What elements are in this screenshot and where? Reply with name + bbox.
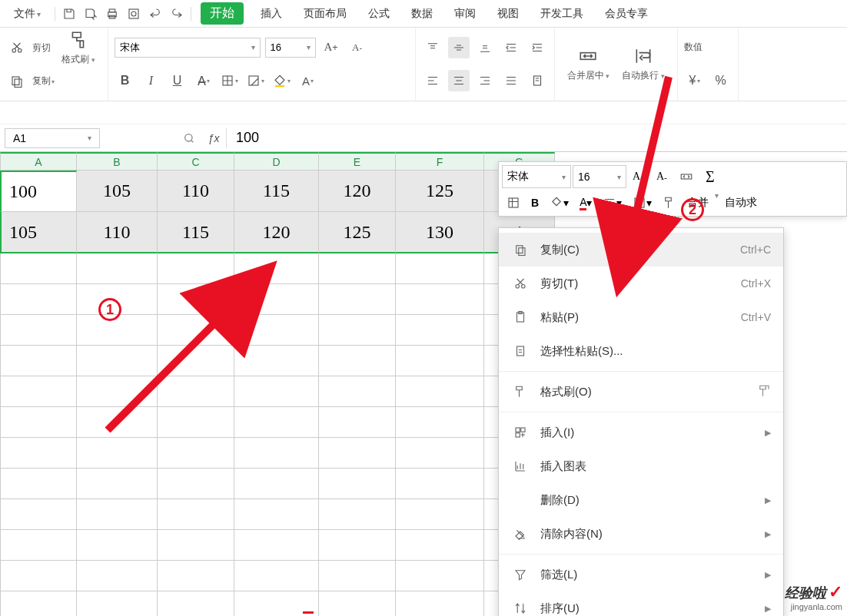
cell[interactable] bbox=[234, 438, 319, 469]
column-header-E[interactable]: E bbox=[319, 152, 396, 171]
copy-label[interactable]: 复制 bbox=[32, 75, 55, 88]
cell[interactable] bbox=[158, 561, 234, 591]
font-shrink-icon[interactable]: A- bbox=[347, 37, 368, 58]
italic-icon[interactable]: I bbox=[141, 70, 162, 91]
cell[interactable] bbox=[158, 253, 234, 284]
cell[interactable]: 105 bbox=[77, 171, 158, 212]
cell[interactable]: 110 bbox=[158, 171, 234, 212]
ctx-clear[interactable]: 清除内容(N) ▶ bbox=[499, 517, 783, 551]
cell[interactable]: 125 bbox=[396, 171, 484, 212]
cell[interactable] bbox=[158, 469, 234, 499]
cell[interactable] bbox=[77, 253, 158, 284]
percent-icon[interactable]: % bbox=[710, 70, 732, 91]
cell[interactable] bbox=[77, 561, 158, 591]
ctx-paste[interactable]: 粘贴(P) Ctrl+V bbox=[499, 300, 783, 334]
print-icon[interactable] bbox=[101, 3, 123, 25]
tab-formula[interactable]: 公式 bbox=[357, 7, 400, 21]
mini-bold-icon[interactable]: B bbox=[526, 191, 543, 214]
mini-font-select[interactable]: 宋体▾ bbox=[502, 165, 571, 188]
cell-style-icon[interactable] bbox=[245, 70, 267, 91]
cell[interactable] bbox=[396, 530, 484, 561]
font-grow-icon[interactable]: A+ bbox=[321, 37, 342, 58]
cell[interactable] bbox=[234, 376, 319, 407]
cell[interactable] bbox=[77, 499, 158, 530]
underline-icon[interactable]: U bbox=[167, 70, 188, 91]
cell[interactable] bbox=[0, 284, 77, 315]
undo-icon[interactable] bbox=[144, 3, 166, 25]
cell[interactable] bbox=[319, 284, 396, 315]
cell[interactable] bbox=[319, 253, 396, 284]
tab-member[interactable]: 会员专享 bbox=[594, 7, 659, 21]
cell[interactable] bbox=[234, 315, 319, 346]
cell[interactable] bbox=[396, 499, 484, 530]
cell[interactable] bbox=[77, 376, 158, 407]
column-header-C[interactable]: C bbox=[158, 152, 234, 171]
cell[interactable] bbox=[319, 591, 396, 616]
cell[interactable] bbox=[77, 407, 158, 438]
cell[interactable] bbox=[0, 469, 77, 499]
wrap-text-button[interactable]: 自动换行 bbox=[616, 31, 671, 98]
cell[interactable] bbox=[234, 346, 319, 376]
cell[interactable]: 110 bbox=[77, 212, 158, 253]
cell[interactable] bbox=[396, 407, 484, 438]
column-header-A[interactable]: A bbox=[0, 152, 77, 171]
cell[interactable] bbox=[234, 284, 319, 315]
ctx-delete[interactable]: 删除(D) ▶ bbox=[499, 483, 783, 517]
cell[interactable] bbox=[234, 591, 319, 616]
ctx-insert-chart[interactable]: 插入图表 bbox=[499, 449, 783, 483]
cell[interactable] bbox=[0, 315, 77, 346]
cell[interactable] bbox=[77, 315, 158, 346]
cell[interactable] bbox=[0, 346, 77, 376]
indent-increase-icon[interactable] bbox=[526, 37, 548, 58]
column-header-F[interactable]: F bbox=[396, 152, 484, 171]
cell[interactable] bbox=[234, 561, 319, 591]
format-painter-button[interactable]: 格式刷 bbox=[55, 30, 101, 66]
cell[interactable]: 120 bbox=[234, 212, 319, 253]
cell[interactable] bbox=[319, 561, 396, 591]
tab-page-layout[interactable]: 页面布局 bbox=[293, 7, 357, 21]
cell[interactable]: 120 bbox=[319, 171, 396, 212]
align-center-icon[interactable] bbox=[448, 70, 470, 91]
cell[interactable] bbox=[158, 499, 234, 530]
cell[interactable] bbox=[0, 407, 77, 438]
strike-icon[interactable]: A̶ bbox=[193, 70, 214, 91]
cell[interactable] bbox=[396, 253, 484, 284]
mini-font-grow-icon[interactable]: A+ bbox=[628, 165, 650, 188]
menu-file[interactable]: 文件 bbox=[3, 7, 51, 21]
cell[interactable] bbox=[319, 530, 396, 561]
cell[interactable] bbox=[158, 438, 234, 469]
cell[interactable] bbox=[158, 376, 234, 407]
save-as-icon[interactable] bbox=[80, 3, 101, 25]
cell[interactable] bbox=[319, 346, 396, 376]
cell[interactable] bbox=[158, 530, 234, 561]
ctx-cut[interactable]: 剪切(T) Ctrl+X bbox=[499, 267, 783, 300]
ctx-filter[interactable]: 筛选(L) ▶ bbox=[499, 558, 783, 591]
ctx-format-painter[interactable]: 格式刷(O) bbox=[499, 375, 783, 409]
mini-font-color-icon[interactable]: A▾ bbox=[575, 191, 596, 214]
justify-icon[interactable] bbox=[500, 70, 522, 91]
cell[interactable] bbox=[0, 376, 77, 407]
cut-icon[interactable] bbox=[6, 37, 28, 58]
cell[interactable] bbox=[234, 530, 319, 561]
align-top-icon[interactable] bbox=[422, 37, 443, 58]
orientation-icon[interactable] bbox=[526, 70, 548, 91]
cell[interactable]: 115 bbox=[158, 212, 234, 253]
mini-border-icon[interactable]: ▾ bbox=[628, 191, 656, 214]
align-bottom-icon[interactable] bbox=[474, 37, 496, 58]
cell[interactable] bbox=[396, 284, 484, 315]
cell[interactable] bbox=[0, 253, 77, 284]
cell[interactable] bbox=[0, 591, 77, 616]
ctx-insert[interactable]: 插入(I) ▶ bbox=[499, 416, 783, 449]
mini-align-icon[interactable]: ▾ bbox=[598, 191, 626, 214]
cell[interactable] bbox=[319, 499, 396, 530]
cell[interactable] bbox=[77, 591, 158, 616]
align-left-icon[interactable] bbox=[422, 70, 443, 91]
cell[interactable] bbox=[319, 376, 396, 407]
cell[interactable] bbox=[396, 376, 484, 407]
cell[interactable] bbox=[396, 346, 484, 376]
cell[interactable]: 100 bbox=[0, 171, 77, 212]
indent-decrease-icon[interactable] bbox=[500, 37, 522, 58]
mini-sum-label[interactable]: 自动求 bbox=[720, 191, 762, 214]
merge-center-button[interactable]: 合并居中 bbox=[561, 31, 616, 98]
cell[interactable] bbox=[319, 315, 396, 346]
